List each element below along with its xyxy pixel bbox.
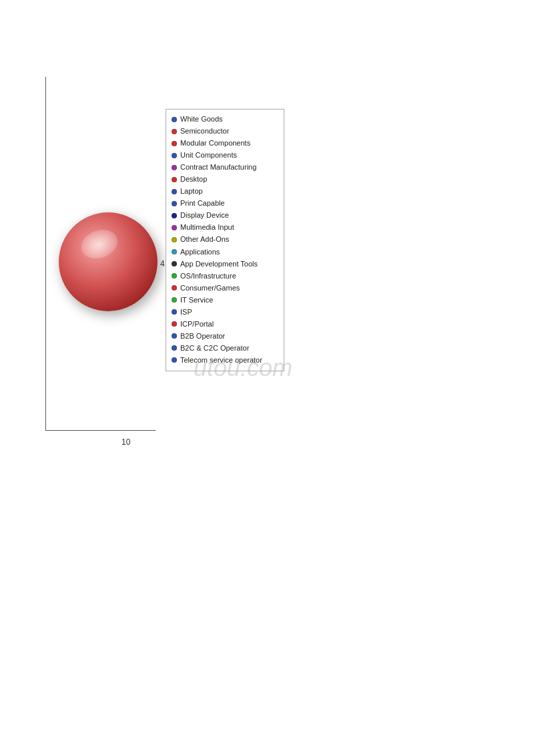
legend-dot — [172, 333, 177, 339]
legend-dot — [172, 129, 177, 134]
legend-label: B2B Operator — [180, 331, 225, 342]
legend-label: ISP — [180, 307, 192, 318]
legend-label: Other Add-Ons — [180, 234, 229, 245]
legend-label: OS/Infrastructure — [180, 270, 236, 282]
legend-item: Desktop — [172, 174, 278, 185]
legend-dot — [172, 285, 177, 291]
legend-item: App Development Tools — [172, 258, 278, 270]
legend-item: Multimedia Input — [172, 222, 278, 233]
legend-dot — [172, 297, 177, 303]
y-axis-value: 4 — [160, 259, 165, 268]
legend-item: Semiconductor — [172, 126, 278, 137]
legend-label: Semiconductor — [180, 126, 229, 137]
legend-dot — [172, 237, 177, 242]
legend-label: ICP/Portal — [180, 319, 214, 330]
legend-item: ISP — [172, 307, 278, 318]
legend-item: Modular Components — [172, 138, 278, 149]
legend-item: Contract Manufacturing — [172, 162, 278, 173]
legend-label: Applications — [180, 246, 220, 258]
legend-item: Applications — [172, 246, 278, 258]
legend-item: Display Device — [172, 210, 278, 221]
legend-item: ICP/Portal — [172, 319, 278, 330]
legend-dot — [172, 117, 177, 122]
legend-dot — [172, 141, 177, 146]
legend-dot — [172, 153, 177, 158]
legend-dot — [172, 201, 177, 206]
legend-dot — [172, 189, 177, 194]
legend-item: Print Capable — [172, 198, 278, 209]
legend-label: IT Service — [180, 295, 213, 306]
legend-dot — [172, 177, 177, 182]
legend-box: White GoodsSemiconductorModular Componen… — [166, 109, 284, 371]
legend-item: Laptop — [172, 186, 278, 197]
legend-dot — [172, 213, 177, 218]
legend-dot — [172, 345, 177, 351]
legend-dot — [172, 309, 177, 315]
legend-label: Contract Manufacturing — [180, 162, 256, 173]
legend-item: Unit Components — [172, 150, 278, 161]
legend-label: Telecom service operator — [180, 355, 262, 366]
legend-dot — [172, 225, 177, 230]
legend-item: B2C & C2C Operator — [172, 343, 278, 354]
legend-dot — [172, 261, 177, 266]
legend-label: White Goods — [180, 114, 223, 125]
legend-label: B2C & C2C Operator — [180, 343, 249, 354]
legend-label: Unit Components — [180, 150, 237, 161]
legend-label: Print Capable — [180, 198, 225, 209]
legend-label: Laptop — [180, 186, 203, 197]
legend-label: Desktop — [180, 174, 207, 185]
legend-dot — [172, 357, 177, 363]
x-axis-value: 10 — [121, 437, 130, 447]
legend-item: Telecom service operator — [172, 355, 278, 366]
legend-dot — [172, 165, 177, 170]
legend-label: Modular Components — [180, 138, 250, 149]
legend-dot — [172, 321, 177, 327]
legend-dot — [172, 249, 177, 254]
legend-label: Consumer/Games — [180, 282, 240, 294]
legend-item: White Goods — [172, 114, 278, 125]
legend-item: Consumer/Games — [172, 282, 278, 294]
legend-item: Other Add-Ons — [172, 234, 278, 245]
legend-dot — [172, 273, 177, 278]
legend-item: OS/Infrastructure — [172, 270, 278, 282]
legend-label: Multimedia Input — [180, 222, 234, 233]
legend-label: App Development Tools — [180, 258, 258, 270]
legend-item: B2B Operator — [172, 331, 278, 342]
legend-label: Display Device — [180, 210, 229, 221]
legend-item: IT Service — [172, 295, 278, 306]
data-bubble — [59, 212, 158, 311]
